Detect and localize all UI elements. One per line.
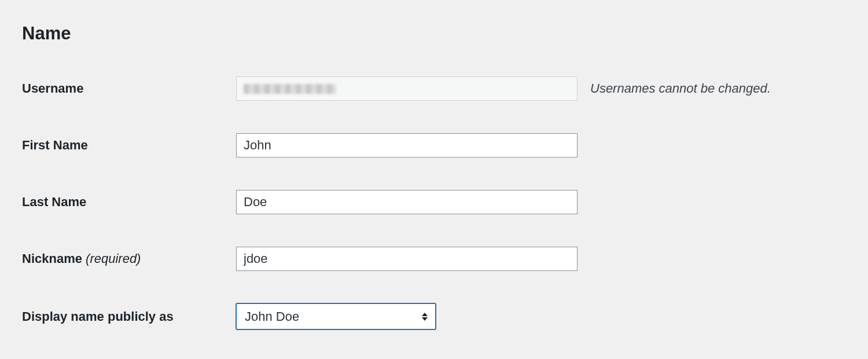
username-field bbox=[236, 76, 578, 101]
display-name-select[interactable]: John Doe bbox=[236, 303, 436, 329]
last-name-field[interactable] bbox=[236, 190, 578, 214]
section-heading: Name bbox=[22, 23, 846, 44]
display-name-row: Display name publicly as John Doe bbox=[22, 303, 846, 329]
first-name-field[interactable] bbox=[236, 133, 578, 157]
last-name-label: Last Name bbox=[22, 195, 236, 210]
display-name-select-wrapper: John Doe bbox=[236, 303, 436, 329]
first-name-label: First Name bbox=[22, 138, 236, 153]
redacted-content bbox=[244, 84, 336, 94]
nickname-field[interactable] bbox=[236, 247, 578, 271]
last-name-row: Last Name bbox=[22, 190, 846, 214]
username-row: Username Usernames cannot be changed. bbox=[22, 76, 846, 101]
first-name-row: First Name bbox=[22, 133, 846, 157]
username-label: Username bbox=[22, 81, 236, 96]
username-help-text: Usernames cannot be changed. bbox=[590, 81, 771, 96]
nickname-label: Nickname (required) bbox=[22, 251, 236, 266]
nickname-required-text: (required) bbox=[86, 251, 141, 266]
nickname-row: Nickname (required) bbox=[22, 247, 846, 271]
display-name-label: Display name publicly as bbox=[22, 309, 236, 324]
nickname-label-text: Nickname bbox=[22, 251, 82, 266]
